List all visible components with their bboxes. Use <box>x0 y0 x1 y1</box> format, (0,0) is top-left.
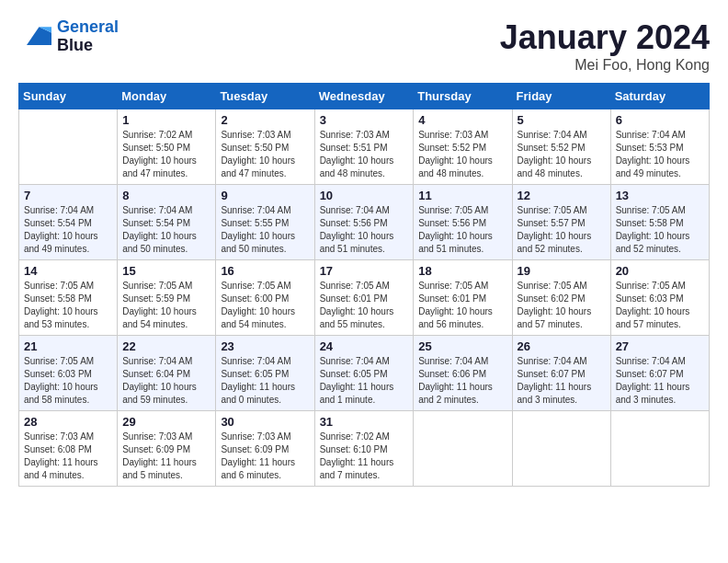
day-info: Sunrise: 7:04 AM Sunset: 5:53 PM Dayligh… <box>616 129 704 180</box>
day-info: Sunrise: 7:04 AM Sunset: 6:06 PM Dayligh… <box>418 355 506 407</box>
day-number: 29 <box>122 415 210 429</box>
day-number: 1 <box>122 113 210 127</box>
day-number: 20 <box>616 264 704 278</box>
calendar-cell: 2Sunrise: 7:03 AM Sunset: 5:50 PM Daylig… <box>216 109 314 185</box>
day-number: 25 <box>418 339 506 353</box>
day-number: 16 <box>221 264 309 278</box>
day-info: Sunrise: 7:04 AM Sunset: 6:05 PM Dayligh… <box>320 355 409 407</box>
day-number: 27 <box>616 339 704 353</box>
day-info: Sunrise: 7:03 AM Sunset: 5:52 PM Dayligh… <box>418 129 506 180</box>
day-number: 26 <box>518 339 606 353</box>
calendar-cell: 4Sunrise: 7:03 AM Sunset: 5:52 PM Daylig… <box>414 109 512 185</box>
calendar-cell: 13Sunrise: 7:05 AM Sunset: 5:58 PM Dayli… <box>610 185 709 260</box>
calendar-cell: 17Sunrise: 7:05 AM Sunset: 6:01 PM Dayli… <box>314 260 414 336</box>
day-info: Sunrise: 7:04 AM Sunset: 5:52 PM Dayligh… <box>518 129 606 180</box>
day-info: Sunrise: 7:04 AM Sunset: 6:07 PM Dayligh… <box>616 355 704 407</box>
day-number: 5 <box>518 113 606 127</box>
calendar-cell: 7Sunrise: 7:04 AM Sunset: 5:54 PM Daylig… <box>19 185 118 260</box>
calendar-cell: 18Sunrise: 7:05 AM Sunset: 6:01 PM Dayli… <box>414 260 512 336</box>
calendar-cell: 8Sunrise: 7:04 AM Sunset: 5:54 PM Daylig… <box>118 185 216 260</box>
calendar-cell: 31Sunrise: 7:02 AM Sunset: 6:10 PM Dayli… <box>314 411 414 487</box>
calendar-table: SundayMondayTuesdayWednesdayThursdayFrid… <box>18 83 710 487</box>
calendar-cell: 5Sunrise: 7:04 AM Sunset: 5:52 PM Daylig… <box>512 109 610 185</box>
day-number: 19 <box>518 264 606 278</box>
day-info: Sunrise: 7:05 AM Sunset: 5:59 PM Dayligh… <box>122 280 210 331</box>
calendar-cell: 19Sunrise: 7:05 AM Sunset: 6:02 PM Dayli… <box>512 260 610 336</box>
day-number: 17 <box>320 264 409 278</box>
day-number: 24 <box>320 339 409 353</box>
day-number: 14 <box>24 264 112 278</box>
day-info: Sunrise: 7:05 AM Sunset: 6:03 PM Dayligh… <box>616 280 704 331</box>
day-number: 4 <box>418 113 506 127</box>
day-number: 30 <box>221 415 309 429</box>
calendar-cell <box>512 411 610 487</box>
calendar-cell: 11Sunrise: 7:05 AM Sunset: 5:56 PM Dayli… <box>414 185 512 260</box>
day-number: 9 <box>221 189 309 202</box>
day-info: Sunrise: 7:04 AM Sunset: 6:04 PM Dayligh… <box>122 355 210 407</box>
day-info: Sunrise: 7:05 AM Sunset: 5:56 PM Dayligh… <box>418 204 506 256</box>
day-number: 23 <box>221 339 309 353</box>
day-info: Sunrise: 7:05 AM Sunset: 5:58 PM Dayligh… <box>24 280 112 331</box>
day-number: 7 <box>24 189 112 202</box>
day-info: Sunrise: 7:04 AM Sunset: 5:54 PM Dayligh… <box>24 204 112 256</box>
calendar-cell: 3Sunrise: 7:03 AM Sunset: 5:51 PM Daylig… <box>314 109 414 185</box>
day-info: Sunrise: 7:04 AM Sunset: 5:56 PM Dayligh… <box>320 204 409 256</box>
day-info: Sunrise: 7:02 AM Sunset: 6:10 PM Dayligh… <box>320 431 409 482</box>
day-info: Sunrise: 7:05 AM Sunset: 6:00 PM Dayligh… <box>221 280 309 331</box>
calendar-cell: 6Sunrise: 7:04 AM Sunset: 5:53 PM Daylig… <box>610 109 709 185</box>
day-info: Sunrise: 7:05 AM Sunset: 6:02 PM Dayligh… <box>518 280 606 331</box>
calendar-cell: 14Sunrise: 7:05 AM Sunset: 5:58 PM Dayli… <box>19 260 118 336</box>
month-title: January 2024 <box>500 18 710 57</box>
day-info: Sunrise: 7:04 AM Sunset: 6:07 PM Dayligh… <box>518 355 606 407</box>
calendar-cell: 25Sunrise: 7:04 AM Sunset: 6:06 PM Dayli… <box>414 336 512 411</box>
day-info: Sunrise: 7:03 AM Sunset: 5:50 PM Dayligh… <box>221 129 309 180</box>
weekday-header-thursday: Thursday <box>414 84 512 109</box>
calendar-cell: 23Sunrise: 7:04 AM Sunset: 6:05 PM Dayli… <box>216 336 314 411</box>
logo-text: General Blue <box>57 18 119 55</box>
calendar-cell: 22Sunrise: 7:04 AM Sunset: 6:04 PM Dayli… <box>118 336 216 411</box>
location: Mei Foo, Hong Kong <box>500 57 710 74</box>
calendar-cell: 1Sunrise: 7:02 AM Sunset: 5:50 PM Daylig… <box>118 109 216 185</box>
day-info: Sunrise: 7:05 AM Sunset: 6:01 PM Dayligh… <box>320 280 409 331</box>
day-number: 2 <box>221 113 309 127</box>
weekday-header-friday: Friday <box>512 84 610 109</box>
day-info: Sunrise: 7:04 AM Sunset: 6:05 PM Dayligh… <box>221 355 309 407</box>
day-info: Sunrise: 7:05 AM Sunset: 6:03 PM Dayligh… <box>24 355 112 407</box>
calendar-cell: 9Sunrise: 7:04 AM Sunset: 5:55 PM Daylig… <box>216 185 314 260</box>
title-area: January 2024 Mei Foo, Hong Kong <box>500 18 710 74</box>
day-info: Sunrise: 7:03 AM Sunset: 5:51 PM Dayligh… <box>320 129 409 180</box>
weekday-header-saturday: Saturday <box>610 84 709 109</box>
day-info: Sunrise: 7:03 AM Sunset: 6:09 PM Dayligh… <box>122 431 210 482</box>
day-info: Sunrise: 7:03 AM Sunset: 6:08 PM Dayligh… <box>24 431 112 482</box>
day-number: 21 <box>24 339 112 353</box>
calendar-cell: 27Sunrise: 7:04 AM Sunset: 6:07 PM Dayli… <box>610 336 709 411</box>
day-number: 6 <box>616 113 704 127</box>
logo-line2: Blue <box>57 37 119 55</box>
weekday-header-row: SundayMondayTuesdayWednesdayThursdayFrid… <box>19 84 710 109</box>
day-info: Sunrise: 7:05 AM Sunset: 5:57 PM Dayligh… <box>518 204 606 256</box>
day-info: Sunrise: 7:04 AM Sunset: 5:54 PM Dayligh… <box>122 204 210 256</box>
logo-line1: General <box>57 17 119 36</box>
day-info: Sunrise: 7:04 AM Sunset: 5:55 PM Dayligh… <box>221 204 309 256</box>
calendar-week-1: 1Sunrise: 7:02 AM Sunset: 5:50 PM Daylig… <box>19 109 710 185</box>
day-number: 15 <box>122 264 210 278</box>
calendar-cell: 28Sunrise: 7:03 AM Sunset: 6:08 PM Dayli… <box>19 411 118 487</box>
weekday-header-tuesday: Tuesday <box>216 84 314 109</box>
calendar-cell: 24Sunrise: 7:04 AM Sunset: 6:05 PM Dayli… <box>314 336 414 411</box>
calendar-week-2: 7Sunrise: 7:04 AM Sunset: 5:54 PM Daylig… <box>19 185 710 260</box>
weekday-header-sunday: Sunday <box>19 84 118 109</box>
day-info: Sunrise: 7:02 AM Sunset: 5:50 PM Dayligh… <box>122 129 210 180</box>
calendar-cell: 15Sunrise: 7:05 AM Sunset: 5:59 PM Dayli… <box>118 260 216 336</box>
calendar-cell <box>19 109 118 185</box>
day-number: 3 <box>320 113 409 127</box>
calendar-cell: 10Sunrise: 7:04 AM Sunset: 5:56 PM Dayli… <box>314 185 414 260</box>
calendar-cell: 30Sunrise: 7:03 AM Sunset: 6:09 PM Dayli… <box>216 411 314 487</box>
day-number: 10 <box>320 189 409 202</box>
day-number: 13 <box>616 189 704 202</box>
weekday-header-monday: Monday <box>118 84 216 109</box>
day-number: 28 <box>24 415 112 429</box>
day-info: Sunrise: 7:05 AM Sunset: 6:01 PM Dayligh… <box>418 280 506 331</box>
day-number: 18 <box>418 264 506 278</box>
calendar-cell: 16Sunrise: 7:05 AM Sunset: 6:00 PM Dayli… <box>216 260 314 336</box>
calendar-cell: 20Sunrise: 7:05 AM Sunset: 6:03 PM Dayli… <box>610 260 709 336</box>
